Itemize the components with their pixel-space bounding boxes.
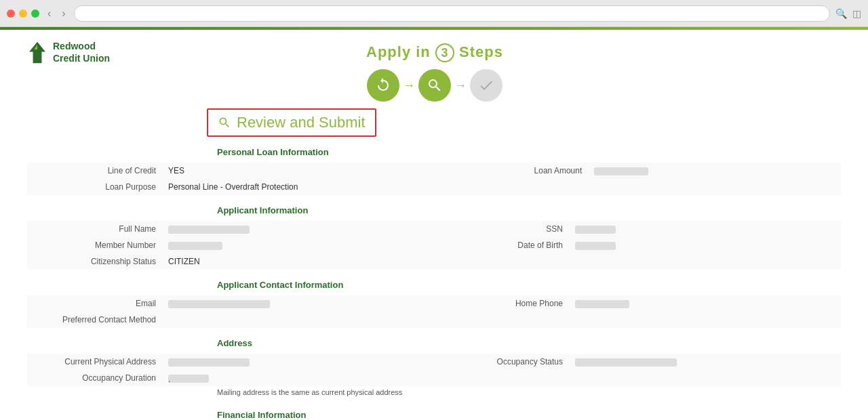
mailing-note: Mailing address is the same as current p… (27, 386, 841, 400)
ssn-label: SSN (434, 221, 570, 237)
personal-loan-table: Line of Credit YES Loan Amount Loan Purp… (27, 163, 841, 195)
home-phone-label: Home Phone (434, 295, 570, 312)
table-row: Loan Purpose Personal Line - Overdraft P… (27, 179, 841, 195)
occupancy-status-value (570, 354, 841, 370)
forward-button[interactable]: › (59, 6, 68, 21)
table-row: Email Home Phone (27, 295, 841, 312)
occupancy-duration-value: . (163, 370, 434, 386)
member-number-label: Member Number (27, 237, 163, 253)
applicant-contact-title: Applicant Contact Information (27, 280, 841, 290)
financial-info-section: Financial Information Employment Status … (27, 410, 841, 420)
logo-area: Redwood Credit Union (27, 40, 110, 64)
personal-loan-section: Personal Loan Information Line of Credit… (27, 147, 841, 195)
table-row: Full Name SSN (27, 221, 841, 237)
content-area: Personal Loan Information Line of Credit… (0, 147, 868, 420)
review-submit-title: Review and Submit (237, 114, 366, 131)
email-value (163, 295, 434, 312)
apply-title: Apply in 3 Steps (366, 43, 503, 62)
steps-icons: → → (367, 69, 502, 102)
address-bar[interactable] (74, 5, 830, 22)
step-arrow-2: → (454, 79, 467, 93)
address-table: Current Physical Address Occupancy Statu… (27, 354, 841, 386)
line-of-credit-value: YES (163, 163, 453, 179)
current-address-label: Current Physical Address (27, 354, 163, 370)
browser-chrome: ‹ › 🔍 ◫ (0, 0, 868, 27)
citizenship-status-value: CITIZEN (163, 253, 434, 270)
review-search-icon (218, 116, 231, 129)
table-row: Preferred Contact Method (27, 312, 841, 328)
date-of-birth-value (570, 237, 841, 253)
table-row: Current Physical Address Occupancy Statu… (27, 354, 841, 370)
preferred-contact-label: Preferred Contact Method (27, 312, 163, 328)
step-arrow-1: → (403, 79, 415, 93)
applicant-info-table: Full Name SSN Member Number Date of Birt… (27, 221, 841, 270)
occupancy-duration-label: Occupancy Duration (27, 370, 163, 386)
applicant-info-title: Applicant Information (27, 205, 841, 215)
citizenship-status-label: Citizenship Status (27, 253, 163, 270)
steps-area: Apply in 3 Steps → → (366, 40, 503, 102)
full-name-label: Full Name (27, 221, 163, 237)
minimize-button[interactable] (19, 9, 27, 18)
applicant-contact-table: Email Home Phone Preferred Contact Metho… (27, 295, 841, 328)
member-number-value (163, 237, 434, 253)
loan-amount-label: Loan Amount (453, 163, 589, 179)
occupancy-status-label: Occupancy Status (434, 354, 570, 370)
preferred-contact-value (163, 312, 434, 328)
table-row: Member Number Date of Birth (27, 237, 841, 253)
back-button[interactable]: ‹ (45, 6, 54, 21)
traffic-lights (7, 9, 39, 18)
email-label: Email (27, 295, 163, 312)
line-of-credit-label: Line of Credit (27, 163, 163, 179)
financial-info-title: Financial Information (27, 410, 841, 420)
table-row: Occupancy Duration . (27, 370, 841, 386)
ssn-value (570, 221, 841, 237)
browser-search-icon: 🔍 (835, 8, 847, 19)
applicant-contact-section: Applicant Contact Information Email Home… (27, 280, 841, 328)
home-phone-value (570, 295, 841, 312)
table-row: Line of Credit YES Loan Amount (27, 163, 841, 179)
review-submit-header: Review and Submit (207, 108, 376, 137)
address-section: Address Current Physical Address Occupan… (27, 338, 841, 400)
close-button[interactable] (7, 9, 15, 18)
step-2-circle (418, 69, 451, 102)
date-of-birth-label: Date of Birth (434, 237, 570, 253)
loan-amount-value (589, 163, 841, 179)
logo-text: Redwood Credit Union (53, 40, 110, 64)
applicant-info-section: Applicant Information Full Name SSN Memb… (27, 205, 841, 270)
share-button[interactable]: ◫ (852, 8, 861, 19)
maximize-button[interactable] (31, 9, 39, 18)
current-address-value (163, 354, 434, 370)
table-row: Citizenship Status CITIZEN (27, 253, 841, 270)
page-header: Redwood Credit Union Apply in 3 Steps → (0, 30, 868, 108)
address-title: Address (27, 338, 841, 348)
page-content: Redwood Credit Union Apply in 3 Steps → (0, 27, 868, 420)
logo-icon (27, 41, 47, 64)
loan-purpose-value: Personal Line - Overdraft Protection (163, 179, 453, 195)
step-3-circle (470, 69, 502, 102)
step-1-circle (367, 69, 399, 102)
loan-purpose-label: Loan Purpose (27, 179, 163, 195)
personal-loan-title: Personal Loan Information (27, 147, 841, 157)
full-name-value (163, 221, 434, 237)
